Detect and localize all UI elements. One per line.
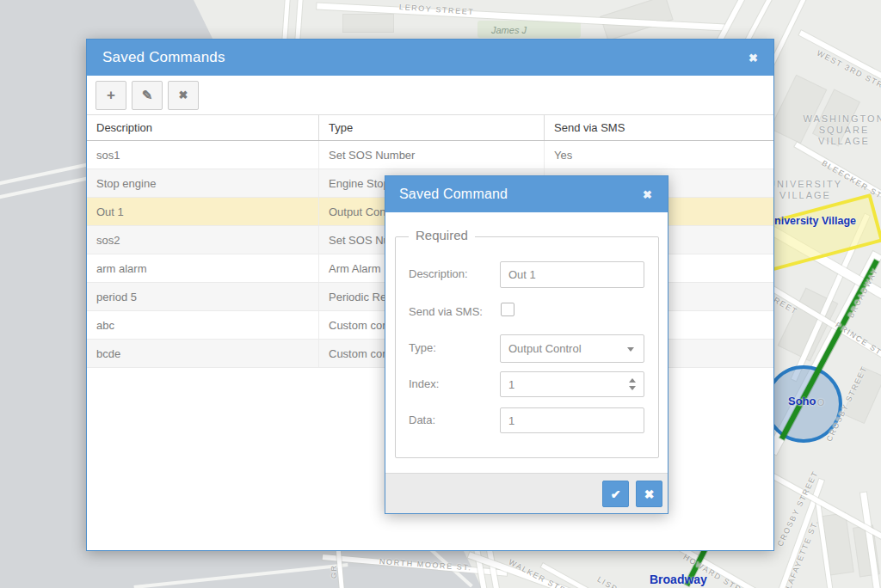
close-icon[interactable]: ✖ [745, 40, 761, 76]
dialog-title: Saved Commands [87, 49, 225, 66]
dialog-titlebar[interactable]: Saved Commands ✖ [87, 40, 773, 76]
column-header-description[interactable]: Description [87, 115, 319, 140]
cell-description: period 5 [87, 283, 319, 310]
chevron-down-icon [627, 347, 634, 352]
spinner-down-icon[interactable] [629, 386, 636, 390]
index-input[interactable] [500, 371, 644, 397]
type-label: Type: [409, 341, 436, 354]
sms-checkbox[interactable] [501, 303, 514, 316]
confirm-button[interactable]: ✔ [602, 481, 629, 507]
cell-description: abc [87, 311, 319, 339]
cell-description: arm alarm [87, 254, 319, 282]
cancel-button[interactable]: ✖ [636, 481, 662, 507]
type-select[interactable]: Output Control [500, 334, 644, 363]
cell-type: Set SOS Number [319, 141, 545, 168]
street-label-prince-short: PRINCE ST [834, 321, 881, 357]
plus-icon: + [107, 87, 115, 104]
dialog-title: Saved Command [385, 187, 508, 202]
saved-command-dialog: Saved Command ✖ Required Description: Se… [385, 175, 668, 514]
cell-description: bcde [87, 340, 319, 367]
cell-description: sos2 [87, 226, 319, 254]
close-icon[interactable]: ✖ [639, 176, 656, 212]
building [342, 14, 394, 33]
description-input[interactable] [500, 261, 644, 288]
description-label: Description: [409, 267, 468, 280]
edit-command-button[interactable]: ✎ [132, 81, 163, 110]
cell-sms: Yes [545, 141, 773, 168]
delete-command-button[interactable]: ✖ [168, 81, 199, 110]
type-select-value: Output Control [508, 342, 582, 355]
geofence-label-broadway: Broadway [650, 573, 707, 586]
area-label-washington-square: WASHINGTON SQUARE VILLAGE [792, 113, 881, 147]
index-spinner [500, 371, 644, 397]
check-icon: ✔ [611, 487, 621, 501]
dialog-footer: ✔ ✖ [385, 473, 668, 513]
table-header: Description Type Send via SMS [87, 115, 773, 141]
street-label-greenwich: GR [330, 564, 338, 579]
pencil-icon: ✎ [142, 88, 153, 103]
table-row[interactable]: sos1 Set SOS Number Yes [87, 141, 773, 169]
sms-label: Send via SMS: [409, 305, 483, 318]
delete-icon: ✖ [179, 89, 188, 101]
cell-description: sos1 [87, 141, 319, 168]
geofence-label-soho: Soho [788, 395, 816, 407]
fieldset-legend: Required [409, 228, 475, 242]
cell-description: Out 1 [87, 198, 319, 225]
close-icon: ✖ [644, 487, 655, 501]
geofence-label-university-village: University Village [767, 215, 856, 227]
data-label: Data: [409, 413, 435, 426]
dialog-titlebar[interactable]: Saved Command ✖ [385, 176, 668, 212]
column-header-type[interactable]: Type [319, 115, 545, 140]
cell-description: Stop engine [87, 169, 319, 197]
add-command-button[interactable]: + [95, 81, 126, 110]
spinner-up-icon[interactable] [629, 378, 636, 383]
data-input[interactable] [500, 407, 644, 433]
index-label: Index: [409, 377, 439, 390]
commands-toolbar: + ✎ ✖ [87, 76, 773, 115]
column-header-sms[interactable]: Send via SMS [545, 115, 773, 140]
park-label-james: James J [491, 25, 527, 35]
